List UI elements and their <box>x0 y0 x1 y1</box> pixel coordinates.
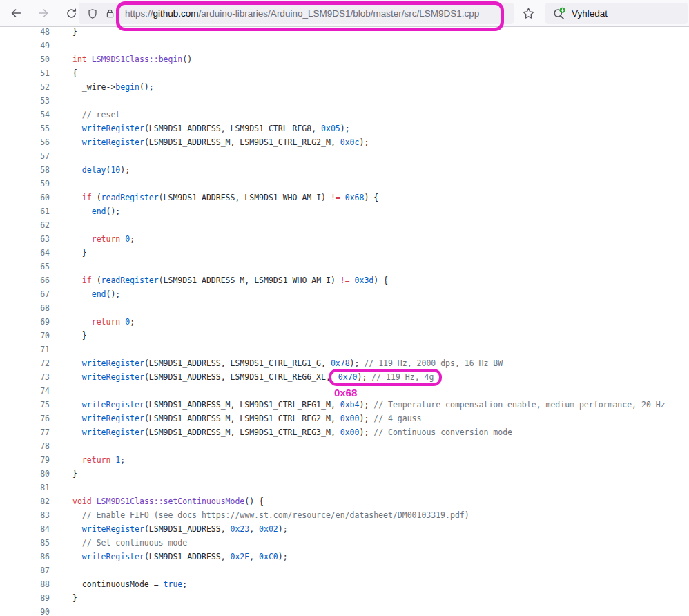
line-number[interactable]: 48 <box>21 25 50 39</box>
line-number[interactable]: 68 <box>21 301 50 315</box>
code-line: 73 writeRegister(LSM9DS1_ADDRESS, LSM9DS… <box>21 370 689 384</box>
code-text <box>50 39 72 52</box>
line-number[interactable]: 55 <box>21 122 50 135</box>
line-number[interactable]: 84 <box>21 522 50 536</box>
line-number[interactable]: 89 <box>21 591 50 605</box>
line-number[interactable]: 67 <box>21 287 50 301</box>
lock-icon[interactable] <box>105 8 115 19</box>
search-box[interactable]: Vyhledat <box>545 3 688 24</box>
line-number[interactable]: 81 <box>21 481 50 494</box>
code-text: int LSM9DS1Class::begin() <box>50 52 192 66</box>
search-magnifier-icon <box>552 7 566 21</box>
code-line: 85 // Set continuous mode <box>21 536 689 550</box>
line-number[interactable]: 71 <box>21 343 50 356</box>
line-number[interactable]: 72 <box>21 356 50 370</box>
reload-icon[interactable] <box>64 6 79 21</box>
line-number[interactable]: 78 <box>21 439 50 453</box>
code-line: 56 writeRegister(LSM9DS1_ADDRESS_M, LSM9… <box>21 135 689 149</box>
line-number[interactable]: 82 <box>21 494 50 508</box>
code-line: 81 <box>21 481 689 494</box>
code-line: 88 continuousMode = true; <box>21 577 689 591</box>
line-number[interactable]: 74 <box>21 384 50 398</box>
code-line: 59 <box>21 177 689 191</box>
line-number[interactable]: 50 <box>21 52 50 66</box>
code-text <box>50 439 72 453</box>
annotation-label-0x68: 0x68 <box>334 386 357 400</box>
code-line: 90 <box>21 605 689 616</box>
code-line: 63 return 0; <box>21 232 689 246</box>
code-line: 69 return 0; <box>21 315 689 329</box>
line-number[interactable]: 59 <box>21 177 50 191</box>
line-number[interactable]: 77 <box>21 425 50 439</box>
line-number[interactable]: 85 <box>21 536 50 550</box>
line-number[interactable]: 86 <box>21 550 50 564</box>
code-text: } <box>50 591 77 605</box>
code-line: 61 end(); <box>21 204 689 218</box>
code-line: 52 _wire->begin(); <box>21 80 689 94</box>
line-number[interactable]: 65 <box>21 260 50 273</box>
code-line: 71 <box>21 343 689 356</box>
line-number[interactable]: 90 <box>21 605 50 616</box>
code-line: 68 <box>21 301 689 315</box>
code-text <box>50 177 72 191</box>
line-number[interactable]: 64 <box>21 246 50 260</box>
code-text <box>50 384 72 398</box>
line-number[interactable]: 63 <box>21 232 50 246</box>
code-line: 84 writeRegister(LSM9DS1_ADDRESS, 0x23, … <box>21 522 689 536</box>
code-text: end(); <box>50 204 120 218</box>
line-number[interactable]: 88 <box>21 577 50 591</box>
code-line: 86 writeRegister(LSM9DS1_ADDRESS, 0x2E, … <box>21 550 689 564</box>
url-text[interactable]: https://github.com/arduino-libraries/Ard… <box>125 8 479 19</box>
line-number[interactable]: 61 <box>21 204 50 218</box>
code-line: 87 <box>21 564 689 577</box>
code-text <box>50 343 72 356</box>
line-number[interactable]: 58 <box>21 163 50 177</box>
line-number[interactable]: 51 <box>21 66 50 80</box>
line-number[interactable]: 79 <box>21 453 50 467</box>
code-text: } <box>50 25 77 39</box>
code-text: writeRegister(LSM9DS1_ADDRESS, LSM9DS1_C… <box>50 122 350 135</box>
code-line: 80} <box>21 467 689 481</box>
url-scheme: https:// <box>125 8 153 19</box>
code-line: 57 <box>21 149 689 163</box>
code-text: return 0; <box>50 232 135 246</box>
code-text: writeRegister(LSM9DS1_ADDRESS_M, LSM9DS1… <box>50 412 421 425</box>
code-line: 83 // Enable FIFO (see docs https://www.… <box>21 508 689 522</box>
line-number[interactable]: 73 <box>21 370 50 384</box>
code-line: 60 if (readRegister(LSM9DS1_ADDRESS, LSM… <box>21 191 689 204</box>
url-domain: github.com <box>153 8 199 19</box>
line-number[interactable]: 70 <box>21 329 50 343</box>
back-icon[interactable] <box>8 6 23 21</box>
shield-icon[interactable] <box>87 8 98 19</box>
code-line: 78 <box>21 439 689 453</box>
code-text <box>50 605 72 616</box>
line-number[interactable]: 83 <box>21 508 50 522</box>
address-bar[interactable]: https://github.com/arduino-libraries/Ard… <box>79 3 514 24</box>
code-line: 51{ <box>21 66 689 80</box>
code-text: writeRegister(LSM9DS1_ADDRESS_M, LSM9DS1… <box>50 425 512 439</box>
line-number[interactable]: 69 <box>21 315 50 329</box>
line-number[interactable]: 66 <box>21 273 50 287</box>
line-number[interactable]: 76 <box>21 412 50 425</box>
code-text: continuousMode = true; <box>50 577 187 591</box>
line-number[interactable]: 49 <box>21 39 50 52</box>
bookmark-star-icon[interactable] <box>520 5 536 21</box>
line-number[interactable]: 75 <box>21 398 50 412</box>
code-highlight-oval: 0x70); // 119 Hz, 4g0x68 <box>329 369 442 386</box>
code-text: if (readRegister(LSM9DS1_ADDRESS_M, LSM9… <box>50 273 388 287</box>
forward-icon[interactable] <box>36 6 51 21</box>
code-text <box>50 260 72 273</box>
line-number[interactable]: 53 <box>21 94 50 108</box>
line-number[interactable]: 54 <box>21 108 50 122</box>
line-number[interactable]: 57 <box>21 149 50 163</box>
code-text <box>50 218 72 232</box>
line-number[interactable]: 56 <box>21 135 50 149</box>
line-number[interactable]: 62 <box>21 218 50 232</box>
line-number[interactable]: 80 <box>21 467 50 481</box>
code-text: // Set continuous mode <box>50 536 187 550</box>
code-line: 49 <box>21 39 689 52</box>
line-number[interactable]: 60 <box>21 191 50 204</box>
line-number[interactable]: 87 <box>21 564 50 577</box>
line-number[interactable]: 52 <box>21 80 50 94</box>
code-line: 89} <box>21 591 689 605</box>
